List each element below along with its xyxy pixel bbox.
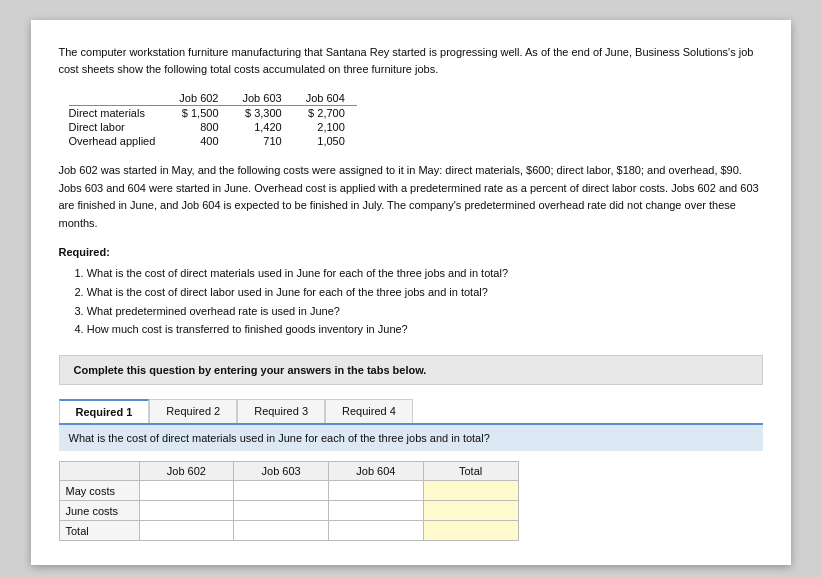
june-603-input[interactable] [240,505,322,517]
body-paragraph: Job 602 was started in May, and the foll… [59,162,763,232]
june-603-cell[interactable] [234,501,329,521]
question-bar: What is the cost of direct materials use… [59,425,763,451]
row-label-dl: Direct labor [69,120,168,134]
row-label-dm: Direct materials [69,106,168,121]
table-row: Total [59,521,518,541]
cell-oh-603: 710 [231,134,294,148]
list-item: 4. How much cost is transferred to finis… [75,320,763,339]
table-row: June costs [59,501,518,521]
june-604-input[interactable] [335,505,417,517]
tab-required3[interactable]: Required 3 [237,399,325,423]
total-total-input[interactable] [430,525,512,537]
table-row: May costs [59,481,518,501]
list-item: 3. What predetermined overhead rate is u… [75,302,763,321]
answer-col-job602: Job 602 [139,462,234,481]
total-603-cell[interactable] [234,521,329,541]
cell-dl-602: 800 [167,120,230,134]
may-total-input[interactable] [430,485,512,497]
cell-dl-604: 2,100 [294,120,357,134]
row-label-may: May costs [59,481,139,501]
row-label-june: June costs [59,501,139,521]
june-602-input[interactable] [146,505,228,517]
cost-summary-table: Job 602 Job 603 Job 604 Direct materials… [69,91,357,148]
total-602-input[interactable] [146,525,228,537]
may-602-input[interactable] [146,485,228,497]
june-total-cell[interactable] [423,501,518,521]
list-item: 1. What is the cost of direct materials … [75,264,763,283]
may-602-cell[interactable] [139,481,234,501]
cell-dm-603: $ 3,300 [231,106,294,121]
row-label-oh: Overhead applied [69,134,168,148]
total-604-cell[interactable] [329,521,424,541]
answer-col-empty [59,462,139,481]
col-header-job604: Job 604 [294,91,357,106]
answer-col-total: Total [423,462,518,481]
cell-dm-602: $ 1,500 [167,106,230,121]
main-page: The computer workstation furniture manuf… [31,20,791,565]
cell-oh-602: 400 [167,134,230,148]
tab-required4[interactable]: Required 4 [325,399,413,423]
col-header-job603: Job 603 [231,91,294,106]
answer-table: Job 602 Job 603 Job 604 Total May costs … [59,461,519,541]
cell-dl-603: 1,420 [231,120,294,134]
total-604-input[interactable] [335,525,417,537]
june-total-input[interactable] [430,505,512,517]
table-row: Direct labor 800 1,420 2,100 [69,120,357,134]
may-total-cell[interactable] [423,481,518,501]
answer-col-job604: Job 604 [329,462,424,481]
row-label-total: Total [59,521,139,541]
required-heading: Required: [59,246,763,258]
may-603-input[interactable] [240,485,322,497]
intro-paragraph: The computer workstation furniture manuf… [59,44,763,77]
table-row: Overhead applied 400 710 1,050 [69,134,357,148]
col-header-empty [69,91,168,106]
tab-required1[interactable]: Required 1 [59,399,150,423]
col-header-job602: Job 602 [167,91,230,106]
tabs-row: Required 1 Required 2 Required 3 Require… [59,399,763,425]
june-604-cell[interactable] [329,501,424,521]
cell-oh-604: 1,050 [294,134,357,148]
may-603-cell[interactable] [234,481,329,501]
complete-banner: Complete this question by entering your … [59,355,763,385]
list-item: 2. What is the cost of direct labor used… [75,283,763,302]
may-604-cell[interactable] [329,481,424,501]
table-row: Direct materials $ 1,500 $ 3,300 $ 2,700 [69,106,357,121]
cell-dm-604: $ 2,700 [294,106,357,121]
may-604-input[interactable] [335,485,417,497]
required-list: 1. What is the cost of direct materials … [75,264,763,339]
june-602-cell[interactable] [139,501,234,521]
total-603-input[interactable] [240,525,322,537]
total-602-cell[interactable] [139,521,234,541]
total-total-cell[interactable] [423,521,518,541]
tab-required2[interactable]: Required 2 [149,399,237,423]
answer-col-job603: Job 603 [234,462,329,481]
